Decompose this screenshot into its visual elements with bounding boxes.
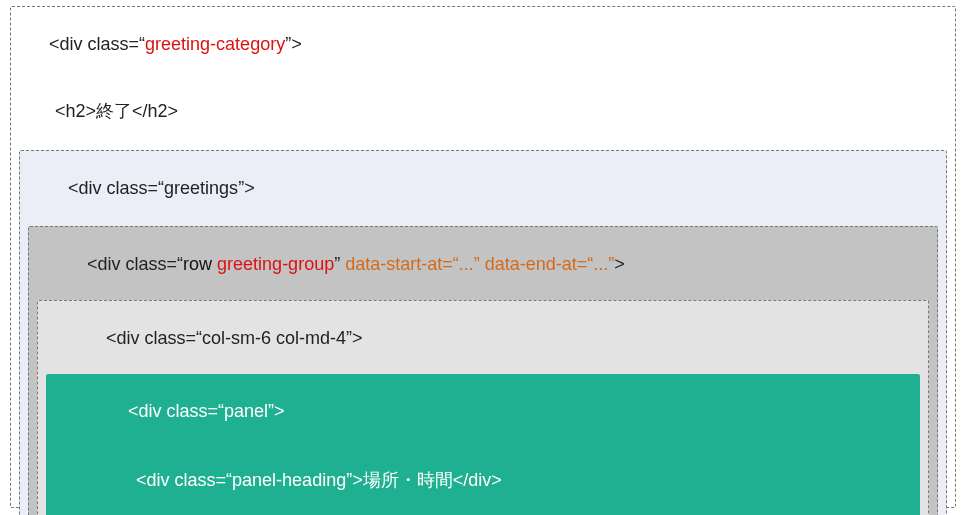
class-col: col-sm-6 col-md-4 [202,328,346,348]
class-row: row [183,254,217,274]
tag-text: > [614,254,625,274]
greeting-category-open-tag: <div class=“greeting-category”> [19,13,947,76]
class-greeting-group: greeting-group [217,254,334,274]
attr-end-name: data-end-at= [480,254,588,274]
class-panel-heading: panel-heading [232,470,346,490]
attr-end-val: “...” [587,254,614,274]
panel-heading-text: 場所・時間 [363,470,453,490]
greeting-group-box: <div class=“row greeting-group” data-sta… [28,226,938,515]
panel-open-tag: <div class=“panel”> [58,380,908,443]
col-box: <div class=“col-sm-6 col-md-4”> <div cla… [37,300,929,515]
div-close: </div> [453,470,502,490]
tag-text: <div class= [87,254,177,274]
h2-open: <h2> [55,101,96,121]
tag-text: <div class= [106,328,196,348]
h2-close: </h2> [132,101,178,121]
class-panel: panel [224,401,268,421]
tag-text: > [352,328,363,348]
tag-text: > [244,178,255,198]
greetings-open-tag: <div class=“greetings”> [28,157,938,220]
tag-text: <div class= [136,470,226,490]
greetings-box: <div class=“greetings”> <div class=“row … [19,150,947,515]
class-greeting-category: greeting-category [145,34,285,54]
panel-heading-line: <div class=“panel-heading”>場所・時間</div> [66,447,908,513]
attr-start-val: “...” [453,254,480,274]
tag-text: <div class= [68,178,158,198]
h2-text: 終了 [96,101,132,121]
h2-line: <h2>終了</h2> [25,78,947,144]
class-greetings: greetings [164,178,238,198]
tag-text: > [291,34,302,54]
tag-text: > [352,470,363,490]
col-open-tag: <div class=“col-sm-6 col-md-4”> [46,307,920,370]
tag-text: <div class= [128,401,218,421]
tag-text: > [274,401,285,421]
attr-start-name: data-start-at= [340,254,453,274]
tag-text: <div class= [49,34,139,54]
greeting-group-open-tag: <div class=“row greeting-group” data-sta… [37,233,929,296]
greeting-category-box: <div class=“greeting-category”> <h2>終了</… [10,6,956,508]
panel-box: <div class=“panel”> <div class=“panel-he… [46,374,920,515]
